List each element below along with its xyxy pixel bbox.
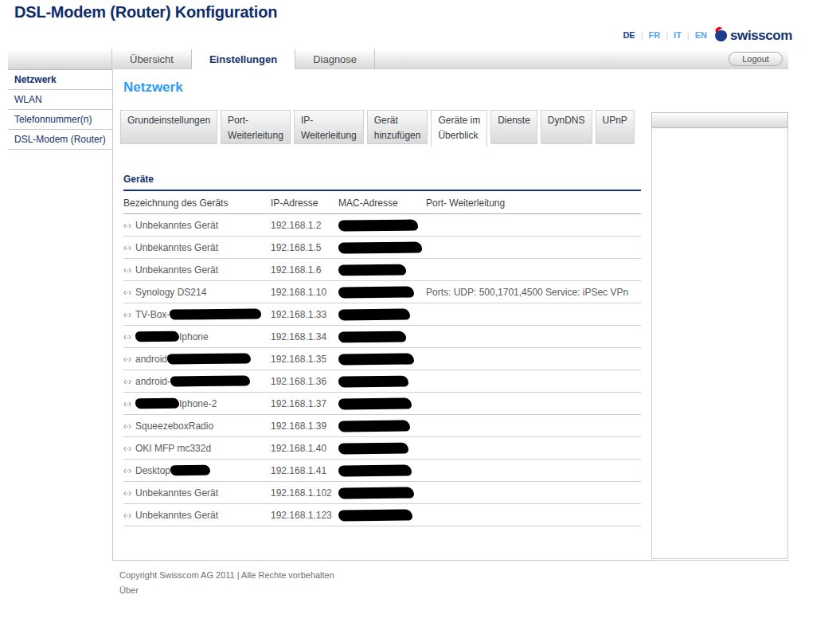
device-name-cell: ‹·›Synology DS214 <box>123 287 271 298</box>
subtab-upnp[interactable]: UPnP <box>596 110 635 144</box>
tab-bersicht[interactable]: Übersicht <box>111 49 191 69</box>
mac-address-cell <box>338 376 426 387</box>
device-name-cell: ‹·›Unbekanntes Gerät <box>123 264 271 276</box>
device-link-icon: ‹·› <box>123 487 131 499</box>
right-panel-header <box>651 112 788 128</box>
mac-address-cell <box>338 487 426 499</box>
device-name-cell: ‹·›SqueezeboxRadio <box>123 421 271 432</box>
device-name: android- <box>135 376 170 387</box>
device-link-icon: ‹·› <box>123 376 131 387</box>
redacted-name <box>167 353 251 364</box>
ip-address-cell: 192.168.1.123 <box>271 510 338 521</box>
device-link-icon: ‹·› <box>123 264 131 276</box>
device-link-icon: ‹·› <box>123 242 131 253</box>
logout-button[interactable]: Logout <box>729 52 783 66</box>
mac-address-cell <box>338 510 426 521</box>
table-row: ‹·›SqueezeboxRadio192.168.1.39 <box>123 415 641 437</box>
column-header-ip-adresse: IP-Adresse <box>271 198 338 209</box>
device-name: TV-Box- <box>135 309 170 320</box>
device-name: Unbekanntes Gerät <box>135 510 218 521</box>
device-name: Unbekanntes Gerät <box>135 242 218 253</box>
subtab-ger-t-hinzuf-gen[interactable]: Gerät hinzufügen <box>367 110 428 144</box>
redacted-mac <box>338 509 412 521</box>
redacted-name <box>170 375 250 386</box>
mac-address-cell <box>338 354 426 365</box>
page: DSL-Modem (Router) Konfiguration DE|FR|I… <box>0 0 840 622</box>
device-name-cell: ‹·›android- <box>123 376 271 387</box>
tab-einstellungen[interactable]: Einstellungen <box>191 49 295 70</box>
redacted-name <box>170 464 210 475</box>
device-name: SqueezeboxRadio <box>135 421 213 432</box>
subtab-grundeinstellungen[interactable]: Grundeinstellungen <box>120 110 217 144</box>
redacted-mac <box>338 353 414 365</box>
swisscom-logo[interactable]: swisscom <box>714 26 792 45</box>
device-link-icon: ‹·› <box>123 309 131 320</box>
subtab-ger-te-im-berblick[interactable]: Geräte im Überblick <box>431 110 487 147</box>
language-link-en[interactable]: EN <box>695 30 707 40</box>
ip-address-cell: 192.168.1.41 <box>271 465 338 476</box>
device-link-icon: ‹·› <box>123 443 131 454</box>
port-forwarding-cell: Ports: UDP: 500,1701,4500 Service: iPSec… <box>426 287 641 298</box>
device-name-cell: ‹·›Desktop <box>123 465 271 476</box>
redacted-mac <box>338 464 412 476</box>
redacted-mac <box>338 331 406 342</box>
device-name-cell: ‹·›OKI MFP mc332d <box>123 443 271 454</box>
subtab-port-weiterleitung[interactable]: Port- Weiterleitung <box>221 110 291 144</box>
redacted-mac <box>338 442 408 454</box>
device-name: Unbekanntes Gerät <box>135 487 218 499</box>
sidebar-item-telefonnummer-n[interactable]: Telefonnummer(n) <box>8 110 112 130</box>
language-link-de[interactable]: DE <box>623 30 635 40</box>
redacted-mac <box>338 420 410 432</box>
table-row: ‹·›android192.168.1.35 <box>123 348 641 370</box>
mac-address-cell <box>338 242 426 253</box>
table-row: ‹·›Unbekanntes Gerät192.168.1.102 <box>123 482 641 504</box>
device-name-cell: ‹·›Iphone-2 <box>123 398 271 409</box>
footer-about-link[interactable]: Über <box>119 585 139 595</box>
device-name-cell: ‹·›android <box>123 354 271 365</box>
redacted-mac <box>338 286 414 298</box>
language-link-it[interactable]: IT <box>674 30 682 40</box>
ip-address-cell: 192.168.1.6 <box>271 264 338 276</box>
table-row: ‹·›Iphone-2192.168.1.37 <box>123 393 641 415</box>
ip-address-cell: 192.168.1.5 <box>271 242 338 253</box>
ip-address-cell: 192.168.1.33 <box>271 309 338 320</box>
ip-address-cell: 192.168.1.10 <box>271 287 338 298</box>
device-name-cell: ‹·›Unbekanntes Gerät <box>123 510 271 521</box>
sidebar-item-dsl-modem-router[interactable]: DSL-Modem (Router) <box>8 130 112 150</box>
ip-address-cell: 192.168.1.35 <box>271 354 338 365</box>
table-header-row: Bezeichnung des GerätsIP-AdresseMAC-Adre… <box>123 192 641 214</box>
sidebar-item-wlan[interactable]: WLAN <box>8 90 112 110</box>
language-separator: | <box>641 30 643 40</box>
redacted-name <box>135 331 179 342</box>
ip-address-cell: 192.168.1.34 <box>271 331 338 342</box>
device-name: android <box>135 354 167 365</box>
ip-address-cell: 192.168.1.40 <box>271 443 338 454</box>
redacted-mac <box>338 487 414 499</box>
tab-diagnose[interactable]: Diagnose <box>295 49 375 69</box>
table-row: ‹·›Unbekanntes Gerät192.168.1.2 <box>123 214 641 237</box>
table-row: ‹·›Desktop192.168.1.41 <box>123 460 641 482</box>
language-separator: | <box>687 30 690 40</box>
redacted-mac <box>338 375 408 387</box>
language-switcher: DE|FR|IT|EN <box>605 30 707 40</box>
redacted-name <box>135 397 179 409</box>
device-name: Unbekanntes Gerät <box>135 220 218 231</box>
table-row: ‹·›OKI MFP mc332d192.168.1.40 <box>123 437 641 460</box>
ip-address-cell: 192.168.1.39 <box>271 421 338 432</box>
page-title: DSL-Modem (Router) Konfiguration <box>14 3 277 22</box>
main-tab-bar: ÜbersichtEinstellungenDiagnose Logout <box>8 49 788 70</box>
right-panel <box>651 128 788 559</box>
subtab-ip-weiterleitung[interactable]: IP- Weiterleitung <box>294 110 364 144</box>
redacted-mac <box>338 308 410 320</box>
language-link-fr[interactable]: FR <box>649 30 661 40</box>
devices-section-title: Geräte <box>123 174 641 191</box>
subtab-dienste[interactable]: Dienste <box>490 110 537 144</box>
mac-address-cell <box>338 309 426 320</box>
table-row: ‹·›Iphone192.168.1.34 <box>123 326 641 348</box>
subtab-dyndns[interactable]: DynDNS <box>541 110 592 144</box>
sidebar-item-netzwerk[interactable]: Netzwerk <box>8 70 112 90</box>
column-header-mac-adresse: MAC-Adresse <box>338 198 426 209</box>
device-name-cell: ‹·›Unbekanntes Gerät <box>123 242 271 253</box>
device-name: Unbekanntes Gerät <box>135 264 218 276</box>
device-link-icon: ‹·› <box>123 398 131 409</box>
